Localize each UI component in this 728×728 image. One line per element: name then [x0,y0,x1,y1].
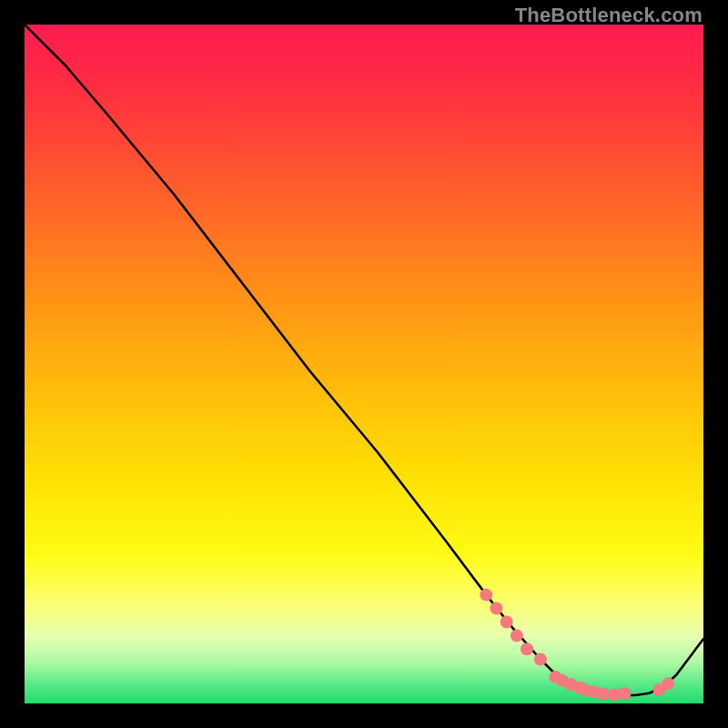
highlight-dot [511,629,523,642]
chart-stage: TheBottleneck.com [0,0,728,728]
watermark-label: TheBottleneck.com [515,4,703,27]
highlight-dot [490,602,502,615]
plot-area [25,25,703,703]
highlight-dot [597,688,610,701]
curve-layer [25,25,703,703]
highlight-dot [618,687,631,700]
highlight-dot [534,653,547,666]
highlight-dot [662,677,674,690]
highlight-dot [480,589,492,602]
highlight-dots [480,589,674,702]
bottleneck-curve [25,25,703,695]
highlight-dot [500,615,513,628]
highlight-dot [521,642,533,655]
